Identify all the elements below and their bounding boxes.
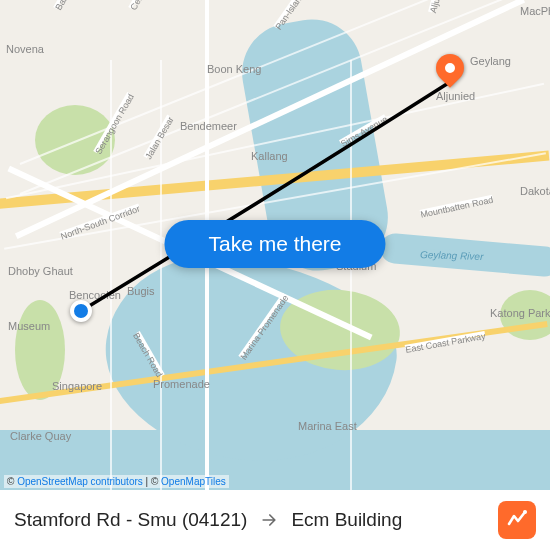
- attrib-sep: | ©: [143, 476, 161, 487]
- route-to-label: Ecm Building: [291, 509, 402, 531]
- route-footer: Stamford Rd - Smu (04121) Ecm Building: [0, 490, 550, 550]
- route-from-label: Stamford Rd - Smu (04121): [14, 509, 247, 531]
- maptiles-link[interactable]: OpenMapTiles: [161, 476, 226, 487]
- attrib-prefix: ©: [7, 476, 17, 487]
- pin-icon: [430, 48, 470, 88]
- map[interactable]: Novena Boon Keng Bendemeer Kallang Geyla…: [0, 0, 550, 490]
- arrow-right-icon: [259, 510, 279, 530]
- take-me-there-button[interactable]: Take me there: [164, 220, 385, 268]
- origin-marker[interactable]: [70, 300, 92, 322]
- destination-marker[interactable]: [436, 54, 464, 82]
- map-attribution: © OpenStreetMap contributors | © OpenMap…: [4, 475, 229, 488]
- osm-link[interactable]: OpenStreetMap contributors: [17, 476, 143, 487]
- moovit-logo-icon: [505, 508, 529, 532]
- moovit-logo[interactable]: [498, 501, 536, 539]
- svg-point-0: [523, 510, 527, 514]
